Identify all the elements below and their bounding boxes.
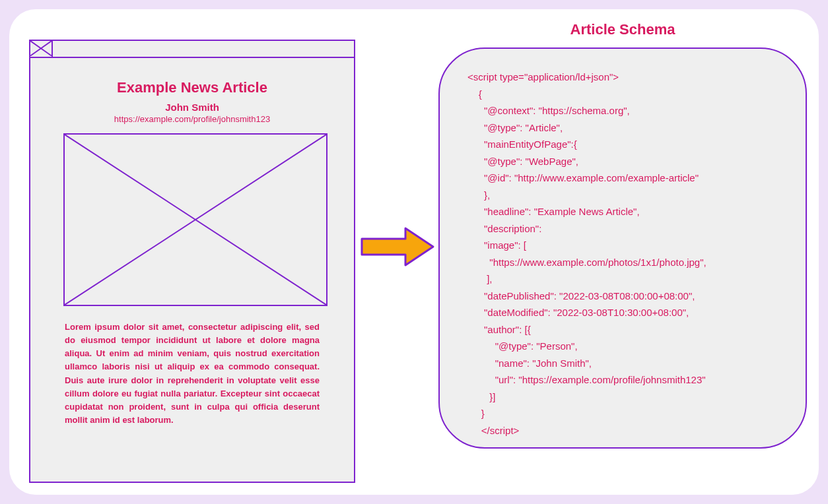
browser-title-bar [30,41,354,58]
diagram-canvas: Example News Article John Smith https://… [9,9,819,495]
article-title: Example News Article [63,79,321,96]
svg-marker-4 [362,228,433,265]
arrow-right-icon [359,226,436,268]
image-placeholder-icon [63,133,328,306]
browser-wireframe: Example News Article John Smith https://… [29,40,355,483]
article-content: Example News Article John Smith https://… [30,58,354,427]
schema-code: <script type="application/ld+json"> { "@… [467,69,790,439]
close-icon [30,41,53,57]
article-author: John Smith [63,102,321,113]
article-body: Lorem ipsum dolor sit amet, consectetur … [63,321,321,427]
schema-title: Article Schema [438,21,807,38]
article-profile-url: https://example.com/profile/johnsmith123 [63,114,321,124]
schema-code-box: <script type="application/ld+json"> { "@… [438,47,807,449]
